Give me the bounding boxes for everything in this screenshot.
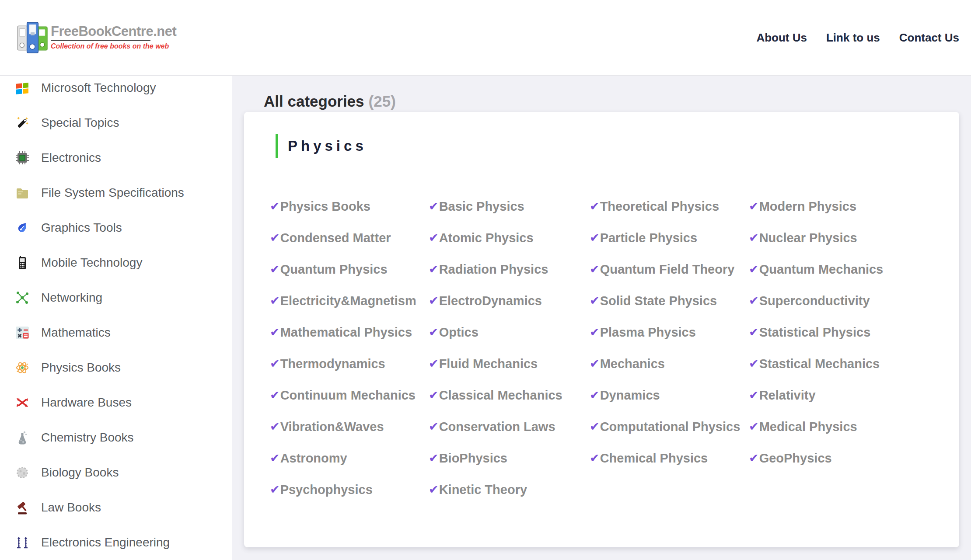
category-link-label: Theoretical Physics [600,199,719,214]
category-link-solid-state-physics[interactable]: ✔ Solid State Physics [590,294,749,308]
check-icon: ✔ [270,232,280,244]
category-link-label: Superconductivity [759,294,870,308]
category-link-particle-physics[interactable]: ✔ Particle Physics [590,231,749,245]
category-link-conservation-laws[interactable]: ✔ Conservation Laws [429,420,590,434]
check-icon: ✔ [429,452,439,464]
category-link-computational-physics[interactable]: ✔ Computational Physics [590,420,749,434]
check-icon: ✔ [429,264,439,275]
check-icon: ✔ [749,452,759,464]
category-link-astronomy[interactable]: ✔ Astronomy [270,451,429,466]
logo-text: FreeBookCentre.net Collection of free bo… [51,21,176,50]
category-link-atomic-physics[interactable]: ✔ Atomic Physics [429,231,590,245]
category-link-label: BioPhysics [439,451,507,466]
category-link-superconductivity[interactable]: ✔ Superconductivity [749,294,950,308]
category-link-electrodynamics[interactable]: ✔ ElectroDynamics [429,294,590,308]
category-link-mathematical-physics[interactable]: ✔ Mathematical Physics [270,325,429,340]
sidebar-item-special-topics[interactable]: Special Topics [0,105,232,140]
category-link-statistical-physics[interactable]: ✔ Statistical Physics [749,325,950,340]
check-icon: ✔ [270,390,280,401]
site-logo[interactable]: FreeBookCentre.net Collection of free bo… [17,21,176,54]
card-title-row: Physics [276,134,367,158]
sidebar-item-law-books[interactable]: Law Books [0,490,232,525]
sidebar-item-hardware-buses[interactable]: Hardware Buses [0,385,232,420]
category-link-nuclear-physics[interactable]: ✔ Nuclear Physics [749,231,950,245]
category-link-basic-physics[interactable]: ✔ Basic Physics [429,199,590,214]
sidebar-item-electronics-engineering[interactable]: Electronics Engineering [0,525,232,560]
category-link-medical-physics[interactable]: ✔ Medical Physics [749,420,950,434]
category-link-electricity-and-magnetism[interactable]: ✔ Electricity&Magnetism [270,294,429,308]
category-link-classical-mechanics[interactable]: ✔ Classical Mechanics [429,388,590,403]
check-icon: ✔ [590,358,600,370]
category-link-biophysics[interactable]: ✔ BioPhysics [429,451,590,466]
category-link-optics[interactable]: ✔ Optics [429,325,590,340]
bus-arrows-icon [14,395,30,410]
category-link-quantum-field-theory[interactable]: ✔ Quantum Field Theory [590,262,749,277]
category-link-psychophysics[interactable]: ✔ Psychophysics [270,483,429,497]
category-link-label: Nuclear Physics [759,231,857,245]
nav-item-contact-us[interactable]: Contact Us [899,31,959,45]
logo-divider [51,40,150,41]
check-icon: ✔ [749,358,759,370]
check-icon: ✔ [429,358,439,370]
category-link-plasma-physics[interactable]: ✔ Plasma Physics [590,325,749,340]
sidebar-item-file-system-specifications[interactable]: File System Specifications [0,175,232,210]
category-link-modern-physics[interactable]: ✔ Modern Physics [749,199,950,214]
category-link-thermodynamics[interactable]: ✔ Thermodynamics [270,357,429,371]
category-link-geophysics[interactable]: ✔ GeoPhysics [749,451,950,466]
chip-icon [14,150,30,166]
category-link-chemical-physics[interactable]: ✔ Chemical Physics [590,451,749,466]
category-link-label: Physics Books [280,199,370,214]
sidebar-item-label: Special Topics [41,116,119,130]
category-link-condensed-matter[interactable]: ✔ Condensed Matter [270,231,429,245]
category-link-label: ElectroDynamics [439,294,542,308]
sidebar-item-label: Mathematics [41,326,111,340]
sidebar-item-biology-books[interactable]: Biology Books [0,455,232,490]
category-link-kinetic-theory[interactable]: ✔ Kinetic Theory [429,483,590,497]
category-link-label: Condensed Matter [280,231,391,245]
category-link-label: Quantum Field Theory [600,262,735,277]
sidebar-item-label: Chemistry Books [41,431,134,445]
check-icon: ✔ [429,421,439,433]
category-link-quantum-mechanics[interactable]: ✔ Quantum Mechanics [749,262,950,277]
category-link-theoretical-physics[interactable]: ✔ Theoretical Physics [590,199,749,214]
category-link-label: Basic Physics [439,199,524,214]
page-title-text: All categories [264,93,364,110]
check-icon: ✔ [749,421,759,433]
category-link-stastical-mechanics[interactable]: ✔ Stastical Mechanics [749,357,950,371]
sidebar-item-microsoft-technology[interactable]: Microsoft Technology [0,76,232,105]
category-link-label: Classical Mechanics [439,388,562,403]
check-icon: ✔ [590,295,600,307]
category-link-relativity[interactable]: ✔ Relativity [749,388,950,403]
sidebar-item-mathematics[interactable]: Mathematics [0,315,232,350]
sidebar-item-networking[interactable]: Networking [0,280,232,315]
category-link-fluid-mechanics[interactable]: ✔ Fluid Mechanics [429,357,590,371]
check-icon: ✔ [590,201,600,212]
category-link-quantum-physics[interactable]: ✔ Quantum Physics [270,262,429,277]
sidebar-item-graphics-tools[interactable]: Graphics Tools [0,210,232,245]
sidebar-item-mobile-technology[interactable]: Mobile Technology [0,245,232,280]
category-link-label: Radiation Physics [439,262,548,277]
category-link-continuum-mechanics[interactable]: ✔ Continuum Mechanics [270,388,429,403]
sidebar-item-label: Electronics Engineering [41,536,170,550]
category-link-vibration-and-waves[interactable]: ✔ Vibration&Waves [270,420,429,434]
check-icon: ✔ [270,201,280,212]
sidebar-item-electronics[interactable]: Electronics [0,140,232,175]
category-link-dynamics[interactable]: ✔ Dynamics [590,388,749,403]
card-title: Physics [288,138,367,154]
category-link-mechanics[interactable]: ✔ Mechanics [590,357,749,371]
category-link-label: Astronomy [280,451,347,466]
sidebar-item-label: Law Books [41,501,101,515]
sidebar-item-physics-books[interactable]: Physics Books [0,350,232,385]
check-icon: ✔ [590,452,600,464]
logo-tagline: Collection of free books on the web [51,42,176,50]
category-link-label: Plasma Physics [600,325,696,340]
check-icon: ✔ [270,358,280,370]
sidebar-item-label: File System Specifications [41,186,184,200]
category-link-radiation-physics[interactable]: ✔ Radiation Physics [429,262,590,277]
nav-item-about-us[interactable]: About Us [756,31,807,45]
category-link-label: Continuum Mechanics [280,388,416,403]
nav-item-link-to-us[interactable]: Link to us [826,31,880,45]
sidebar-item-chemistry-books[interactable]: Chemistry Books [0,420,232,455]
sidebar-item-label: Microsoft Technology [41,81,156,95]
category-link-physics-books[interactable]: ✔ Physics Books [270,199,429,214]
